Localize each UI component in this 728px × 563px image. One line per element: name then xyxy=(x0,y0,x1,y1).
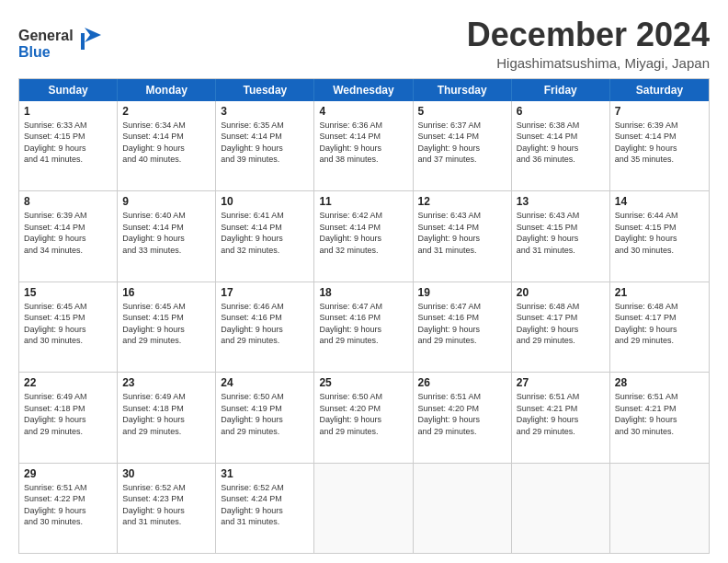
svg-text:Blue: Blue xyxy=(18,44,51,60)
day-number: 28 xyxy=(615,376,704,389)
day-cell-9: 9Sunrise: 6:40 AMSunset: 4:14 PMDaylight… xyxy=(118,191,216,281)
cell-sun-info: Sunrise: 6:40 AMSunset: 4:14 PMDaylight:… xyxy=(122,210,210,256)
day-number: 15 xyxy=(24,286,112,299)
week-row-2: 8Sunrise: 6:39 AMSunset: 4:14 PMDaylight… xyxy=(19,190,709,281)
cell-sun-info: Sunrise: 6:38 AMSunset: 4:14 PMDaylight:… xyxy=(517,120,605,166)
day-cell-24: 24Sunrise: 6:50 AMSunset: 4:19 PMDayligh… xyxy=(216,373,314,462)
day-cell-2: 2Sunrise: 6:34 AMSunset: 4:14 PMDaylight… xyxy=(118,101,216,190)
subtitle: Higashimatsushima, Miyagi, Japan xyxy=(467,55,710,71)
day-cell-23: 23Sunrise: 6:49 AMSunset: 4:18 PMDayligh… xyxy=(118,373,216,462)
svg-marker-2 xyxy=(85,28,101,42)
cell-sun-info: Sunrise: 6:33 AMSunset: 4:15 PMDaylight:… xyxy=(24,120,112,166)
calendar-body: 1Sunrise: 6:33 AMSunset: 4:15 PMDaylight… xyxy=(19,101,709,553)
day-number: 14 xyxy=(615,195,704,208)
day-number: 13 xyxy=(517,195,605,208)
cell-sun-info: Sunrise: 6:50 AMSunset: 4:20 PMDaylight:… xyxy=(319,391,407,437)
day-number: 31 xyxy=(221,467,309,480)
empty-cell xyxy=(512,464,610,553)
calendar: SundayMondayTuesdayWednesdayThursdayFrid… xyxy=(18,78,710,554)
day-number: 1 xyxy=(24,105,112,118)
day-cell-20: 20Sunrise: 6:48 AMSunset: 4:17 PMDayligh… xyxy=(512,282,610,372)
cell-sun-info: Sunrise: 6:37 AMSunset: 4:14 PMDaylight:… xyxy=(418,120,506,166)
day-number: 16 xyxy=(122,286,210,299)
cell-sun-info: Sunrise: 6:43 AMSunset: 4:14 PMDaylight:… xyxy=(418,210,506,256)
logo-text: General Blue xyxy=(18,20,106,70)
svg-text:General: General xyxy=(18,28,74,43)
cell-sun-info: Sunrise: 6:46 AMSunset: 4:16 PMDaylight:… xyxy=(221,301,309,347)
day-number: 19 xyxy=(418,286,506,299)
cell-sun-info: Sunrise: 6:45 AMSunset: 4:15 PMDaylight:… xyxy=(24,301,112,347)
day-number: 4 xyxy=(319,105,407,118)
day-cell-17: 17Sunrise: 6:46 AMSunset: 4:16 PMDayligh… xyxy=(216,282,314,372)
cell-sun-info: Sunrise: 6:39 AMSunset: 4:14 PMDaylight:… xyxy=(24,210,112,256)
day-cell-1: 1Sunrise: 6:33 AMSunset: 4:15 PMDaylight… xyxy=(19,101,118,190)
day-number: 10 xyxy=(221,195,309,208)
day-cell-19: 19Sunrise: 6:47 AMSunset: 4:16 PMDayligh… xyxy=(414,282,512,372)
day-header-tuesday: Tuesday xyxy=(216,79,314,101)
cell-sun-info: Sunrise: 6:49 AMSunset: 4:18 PMDaylight:… xyxy=(122,391,210,437)
page: General Blue December 2024 Higashimatsus… xyxy=(0,0,728,563)
day-number: 12 xyxy=(418,195,506,208)
day-number: 26 xyxy=(418,376,506,389)
day-cell-7: 7Sunrise: 6:39 AMSunset: 4:14 PMDaylight… xyxy=(610,101,709,190)
cell-sun-info: Sunrise: 6:47 AMSunset: 4:16 PMDaylight:… xyxy=(319,301,407,347)
day-cell-5: 5Sunrise: 6:37 AMSunset: 4:14 PMDaylight… xyxy=(414,101,512,190)
day-number: 3 xyxy=(221,105,309,118)
day-cell-28: 28Sunrise: 6:51 AMSunset: 4:21 PMDayligh… xyxy=(610,373,709,462)
cell-sun-info: Sunrise: 6:51 AMSunset: 4:20 PMDaylight:… xyxy=(418,391,506,437)
cell-sun-info: Sunrise: 6:52 AMSunset: 4:23 PMDaylight:… xyxy=(122,482,210,528)
cell-sun-info: Sunrise: 6:52 AMSunset: 4:24 PMDaylight:… xyxy=(221,482,309,528)
cell-sun-info: Sunrise: 6:34 AMSunset: 4:14 PMDaylight:… xyxy=(122,120,210,166)
day-number: 24 xyxy=(221,376,309,389)
cell-sun-info: Sunrise: 6:51 AMSunset: 4:21 PMDaylight:… xyxy=(517,391,605,437)
week-row-1: 1Sunrise: 6:33 AMSunset: 4:15 PMDaylight… xyxy=(19,101,709,190)
day-header-friday: Friday xyxy=(512,79,610,101)
day-cell-21: 21Sunrise: 6:48 AMSunset: 4:17 PMDayligh… xyxy=(610,282,709,372)
day-cell-3: 3Sunrise: 6:35 AMSunset: 4:14 PMDaylight… xyxy=(216,101,314,190)
day-number: 22 xyxy=(24,376,112,389)
svg-rect-3 xyxy=(81,33,85,50)
cell-sun-info: Sunrise: 6:35 AMSunset: 4:14 PMDaylight:… xyxy=(221,120,309,166)
week-row-3: 15Sunrise: 6:45 AMSunset: 4:15 PMDayligh… xyxy=(19,282,709,372)
cell-sun-info: Sunrise: 6:42 AMSunset: 4:14 PMDaylight:… xyxy=(319,210,407,256)
day-number: 25 xyxy=(319,376,407,389)
day-cell-10: 10Sunrise: 6:41 AMSunset: 4:14 PMDayligh… xyxy=(216,191,314,281)
day-number: 11 xyxy=(319,195,407,208)
day-number: 9 xyxy=(122,195,210,208)
cell-sun-info: Sunrise: 6:41 AMSunset: 4:14 PMDaylight:… xyxy=(221,210,309,256)
cell-sun-info: Sunrise: 6:47 AMSunset: 4:16 PMDaylight:… xyxy=(418,301,506,347)
day-cell-6: 6Sunrise: 6:38 AMSunset: 4:14 PMDaylight… xyxy=(512,101,610,190)
day-number: 5 xyxy=(418,105,506,118)
day-cell-16: 16Sunrise: 6:45 AMSunset: 4:15 PMDayligh… xyxy=(118,282,216,372)
day-cell-12: 12Sunrise: 6:43 AMSunset: 4:14 PMDayligh… xyxy=(414,191,512,281)
day-cell-27: 27Sunrise: 6:51 AMSunset: 4:21 PMDayligh… xyxy=(512,373,610,462)
cell-sun-info: Sunrise: 6:50 AMSunset: 4:19 PMDaylight:… xyxy=(221,391,309,437)
day-number: 21 xyxy=(615,286,704,299)
week-row-4: 22Sunrise: 6:49 AMSunset: 4:18 PMDayligh… xyxy=(19,372,709,462)
cell-sun-info: Sunrise: 6:36 AMSunset: 4:14 PMDaylight:… xyxy=(319,120,407,166)
cell-sun-info: Sunrise: 6:51 AMSunset: 4:21 PMDaylight:… xyxy=(615,391,704,437)
day-number: 23 xyxy=(122,376,210,389)
empty-cell xyxy=(314,464,413,553)
day-header-sunday: Sunday xyxy=(19,79,118,101)
day-number: 8 xyxy=(24,195,112,208)
cell-sun-info: Sunrise: 6:49 AMSunset: 4:18 PMDaylight:… xyxy=(24,391,112,437)
main-title: December 2024 xyxy=(467,17,710,53)
day-cell-25: 25Sunrise: 6:50 AMSunset: 4:20 PMDayligh… xyxy=(314,373,413,462)
empty-cell xyxy=(414,464,512,553)
day-header-wednesday: Wednesday xyxy=(314,79,413,101)
day-number: 27 xyxy=(517,376,605,389)
header: General Blue December 2024 Higashimatsus… xyxy=(18,17,710,71)
day-number: 29 xyxy=(24,467,112,480)
day-number: 2 xyxy=(122,105,210,118)
day-cell-4: 4Sunrise: 6:36 AMSunset: 4:14 PMDaylight… xyxy=(314,101,413,190)
cell-sun-info: Sunrise: 6:45 AMSunset: 4:15 PMDaylight:… xyxy=(122,301,210,347)
calendar-header: SundayMondayTuesdayWednesdayThursdayFrid… xyxy=(19,79,709,101)
day-cell-18: 18Sunrise: 6:47 AMSunset: 4:16 PMDayligh… xyxy=(314,282,413,372)
day-cell-13: 13Sunrise: 6:43 AMSunset: 4:15 PMDayligh… xyxy=(512,191,610,281)
week-row-5: 29Sunrise: 6:51 AMSunset: 4:22 PMDayligh… xyxy=(19,463,709,553)
day-cell-31: 31Sunrise: 6:52 AMSunset: 4:24 PMDayligh… xyxy=(216,464,314,553)
day-cell-22: 22Sunrise: 6:49 AMSunset: 4:18 PMDayligh… xyxy=(19,373,118,462)
day-number: 6 xyxy=(517,105,605,118)
title-block: December 2024 Higashimatsushima, Miyagi,… xyxy=(467,17,710,71)
